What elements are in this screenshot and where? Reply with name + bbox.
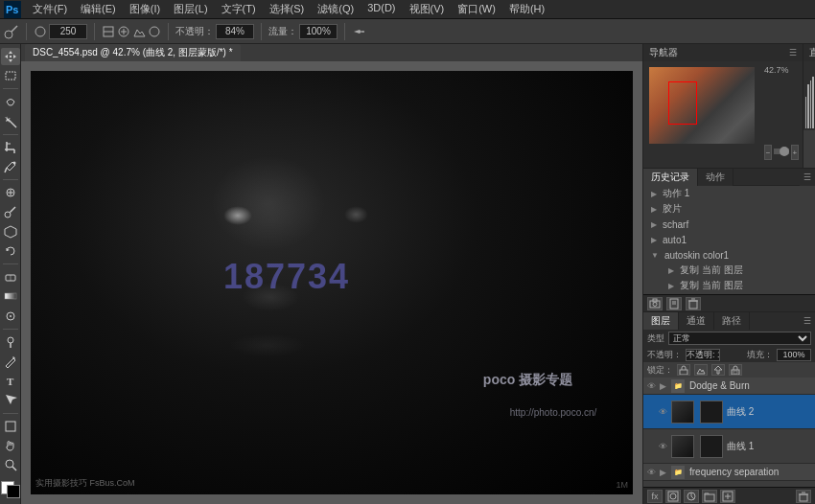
document-tab[interactable]: DSC_4554.psd @ 42.7% (曲线 2, 图层蒙版/*) * xyxy=(25,44,241,61)
menu-3d[interactable]: 3D(D) xyxy=(361,1,401,17)
collapse-arrow: ▶ xyxy=(651,205,657,214)
tab-actions[interactable]: 动作 xyxy=(698,169,734,186)
layer-curve1[interactable]: 👁 曲线 1 xyxy=(643,429,815,464)
menu-file[interactable]: 文件(F) xyxy=(27,1,73,17)
layer-group-dodge-burn[interactable]: 👁 ▶ 📁 Dodge & Burn xyxy=(643,378,815,395)
layer-opacity-input[interactable] xyxy=(686,349,720,361)
layer-eye-icon[interactable]: 👁 xyxy=(659,442,667,451)
menu-view[interactable]: 视图(V) xyxy=(404,1,451,17)
nav-zoom-in-btn[interactable]: + xyxy=(791,145,799,160)
navigator-thumbnail[interactable] xyxy=(649,67,755,144)
menu-select[interactable]: 选择(S) xyxy=(264,1,311,17)
history-brush-tool[interactable] xyxy=(1,242,20,260)
text-tool[interactable]: T xyxy=(1,372,20,389)
lock-all-btn[interactable] xyxy=(729,364,742,376)
lasso-tool[interactable] xyxy=(1,93,20,110)
new-layer-btn[interactable] xyxy=(720,490,735,503)
navigator-header[interactable]: 导航器 ☰ xyxy=(643,44,803,61)
tab-paths[interactable]: 路径 xyxy=(714,312,750,330)
svg-text:Ps: Ps xyxy=(6,4,18,15)
lock-position-btn[interactable] xyxy=(711,364,725,376)
navigator-title: 导航器 xyxy=(649,46,678,59)
menu-layer[interactable]: 图层(L) xyxy=(168,1,213,17)
path-selection-tool[interactable] xyxy=(1,391,20,408)
svg-rect-28 xyxy=(5,293,16,299)
action-icon: ▶ xyxy=(666,281,676,290)
nav-menu-icon[interactable]: ☰ xyxy=(789,48,797,57)
histogram-header[interactable]: 直方图 ☰ xyxy=(803,44,815,61)
layer-fill-input[interactable] xyxy=(777,349,811,361)
layer-mask-curve1 xyxy=(700,435,723,458)
navigator-content: 42.7% − + xyxy=(643,61,803,168)
zoom-tool[interactable] xyxy=(1,456,20,473)
history-label: autoskin color1 xyxy=(664,250,729,261)
nav-zoom-out-btn[interactable]: − xyxy=(764,145,772,160)
blur-tool[interactable] xyxy=(1,307,20,324)
watermark-poco: poco 摄影专题 xyxy=(483,372,572,389)
delete-layer-btn[interactable] xyxy=(796,490,811,503)
history-menu-icon[interactable]: ☰ xyxy=(800,169,815,186)
shape-tool[interactable] xyxy=(1,417,20,434)
tab-channels[interactable]: 通道 xyxy=(679,312,714,330)
svg-point-30 xyxy=(10,315,12,317)
history-item-3[interactable]: ▶ scharf xyxy=(643,217,815,232)
hand-tool[interactable] xyxy=(1,437,20,454)
menu-image[interactable]: 图像(I) xyxy=(124,1,166,17)
brush-size-input[interactable] xyxy=(49,24,87,39)
add-mask-btn[interactable] xyxy=(665,490,681,503)
dodge-tool[interactable] xyxy=(1,333,20,351)
gradient-tool[interactable] xyxy=(1,287,20,305)
pen-tool[interactable] xyxy=(1,353,20,370)
menu-help[interactable]: 帮助(H) xyxy=(503,1,550,17)
delete-state-btn[interactable] xyxy=(686,297,701,310)
layer-curve2[interactable]: 👁 曲线 2 xyxy=(643,395,815,429)
new-doc-from-state-btn[interactable] xyxy=(666,297,682,310)
svg-point-4 xyxy=(35,27,45,36)
tool-separator-6 xyxy=(3,413,18,414)
brush-tool[interactable] xyxy=(1,203,20,220)
watermark-bottom-right: 1M xyxy=(616,480,628,490)
toolbar-separator-5 xyxy=(344,23,345,40)
menu-edit[interactable]: 编辑(E) xyxy=(75,1,122,17)
new-snapshot-btn[interactable] xyxy=(647,297,663,310)
tab-layers[interactable]: 图层 xyxy=(643,312,679,330)
magic-wand-tool[interactable] xyxy=(1,113,20,130)
layer-fx-btn[interactable]: fx xyxy=(647,490,663,503)
flow-input[interactable] xyxy=(299,24,338,39)
history-item-5[interactable]: ▼ autoskin color1 xyxy=(643,247,815,263)
add-adjustment-btn[interactable] xyxy=(684,490,699,503)
history-item-1[interactable]: ▶ 动作 1 xyxy=(643,186,815,201)
history-item-6[interactable]: ▶ 复制 当前 图层 xyxy=(643,263,815,278)
eraser-tool[interactable] xyxy=(1,268,20,286)
history-list: ▶ 动作 1 ▶ 胶片 ▶ scharf ▶ auto1 ▼ autoski xyxy=(643,186,815,294)
svg-rect-52 xyxy=(705,494,714,501)
color-swatches[interactable] xyxy=(1,481,20,498)
collapse-arrow: ▶ xyxy=(651,190,657,198)
crop-tool[interactable] xyxy=(1,139,20,156)
menu-text[interactable]: 文字(T) xyxy=(216,1,262,17)
brush-tool-icon[interactable] xyxy=(4,24,19,39)
blend-mode-select[interactable]: 正常 xyxy=(668,332,811,345)
nav-zoom-slider[interactable] xyxy=(774,149,789,154)
opacity-input[interactable] xyxy=(216,24,254,39)
move-tool[interactable] xyxy=(1,48,20,65)
layer-eye-icon[interactable]: 👁 xyxy=(659,407,667,417)
layer-group-freq-sep[interactable]: 👁 ▶ 📁 frequency separation xyxy=(643,464,815,481)
eyedropper-tool[interactable] xyxy=(1,158,20,175)
lock-transparent-btn[interactable] xyxy=(677,364,690,376)
history-item-7[interactable]: ▶ 复制 当前 图层 xyxy=(643,278,815,293)
healing-tool[interactable] xyxy=(1,184,20,201)
new-group-btn[interactable] xyxy=(702,490,717,503)
layers-menu-icon[interactable]: ☰ xyxy=(800,312,815,330)
tab-history[interactable]: 历史记录 xyxy=(643,169,698,186)
marquee-tool[interactable] xyxy=(1,67,20,84)
menu-filter[interactable]: 滤镜(Q) xyxy=(312,1,360,17)
lock-image-btn[interactable] xyxy=(694,364,708,376)
canvas-content[interactable]: 187734 poco 摄影专题 http://photo.poco.cn/ 实… xyxy=(21,61,642,504)
history-item-4[interactable]: ▶ auto1 xyxy=(643,232,815,247)
background-color[interactable] xyxy=(7,485,20,498)
stamp-tool[interactable] xyxy=(1,223,20,241)
menu-window[interactable]: 窗口(W) xyxy=(452,1,501,17)
airbrush-icon[interactable] xyxy=(352,25,365,38)
history-item-2[interactable]: ▶ 胶片 xyxy=(643,201,815,217)
